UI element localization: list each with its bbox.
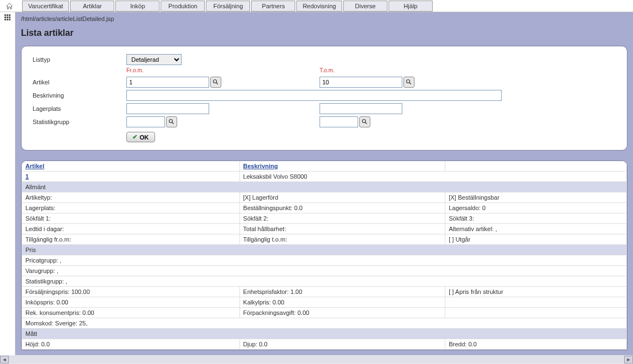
cell: Tillgänglig fr.o.m:: [22, 234, 240, 245]
scroll-right-icon[interactable]: ►: [624, 356, 633, 363]
ok-button[interactable]: OK: [126, 132, 155, 142]
artikel-from-search-icon[interactable]: [210, 77, 221, 88]
listtyp-label: Listtyp: [33, 56, 121, 63]
filter-panel: Listtyp Detaljerad Fr.o.m. T.o.m. Artike…: [21, 46, 627, 151]
menu-hjalp[interactable]: Hjälp: [389, 1, 433, 12]
home-icon[interactable]: [4, 1, 14, 11]
cell: Total hållbarhet:: [240, 224, 445, 234]
menu-varucertifikat[interactable]: Varucertifikat: [22, 1, 69, 12]
beskrivning-input[interactable]: [126, 90, 502, 101]
cell: Pricatgrupp: ,: [22, 255, 627, 266]
cell: Enhetsprisfaktor: 1.00: [240, 287, 445, 297]
statgrupp-to-search-icon[interactable]: [359, 116, 370, 127]
cell: [ ] Utgår: [445, 234, 627, 245]
scroll-track[interactable]: [9, 356, 624, 363]
menu-artiklar[interactable]: Artiklar: [70, 1, 114, 12]
lagerplats-from-input[interactable]: [126, 103, 209, 114]
cell: Förpackningsavgift: 0.00: [240, 308, 445, 318]
svg-line-5: [172, 122, 174, 124]
lagerplats-to-input[interactable]: [320, 103, 402, 114]
cell: Statistikgrupp: ,: [22, 276, 627, 287]
svg-line-7: [365, 122, 367, 124]
statgrupp-from-input[interactable]: [126, 116, 165, 127]
section-matt: Mått: [22, 329, 627, 339]
section-allmant: Allmänt: [22, 182, 627, 192]
lagerplats-label: Lagerplats: [33, 105, 121, 112]
cell: Sökfält 2:: [240, 213, 445, 224]
svg-point-4: [169, 120, 173, 123]
col-beskrivning[interactable]: Beskrivning: [240, 161, 445, 172]
cell: Artikeltyp:: [22, 192, 240, 203]
cell: Alternativ artikel: ,: [445, 224, 627, 234]
cell: Bredd: 0.0: [445, 339, 627, 350]
cell: Djup: 0.0: [240, 339, 445, 350]
menu-produktion[interactable]: Produktion: [161, 1, 205, 12]
svg-line-3: [409, 83, 411, 84]
horizontal-scrollbar[interactable]: ◄ ►: [0, 355, 633, 364]
cell: Rek. konsumentpris: 0.00: [22, 308, 240, 318]
artikel-from-input[interactable]: [126, 77, 209, 88]
svg-point-2: [407, 80, 410, 83]
cell: Lagerplats:: [22, 203, 240, 213]
cell: Sökfält 3:: [445, 213, 627, 224]
scroll-left-icon[interactable]: ◄: [0, 356, 9, 363]
cell: Försäljningspris: 100.00: [22, 287, 240, 297]
grip-icon[interactable]: [4, 14, 10, 20]
menu-diverse[interactable]: Diverse: [343, 1, 387, 12]
svg-point-6: [363, 120, 366, 123]
cell: Lagersaldo: 0: [445, 203, 627, 213]
cell: Ledtid i dagar:: [22, 224, 240, 234]
cell: Beställningspunkt: 0.0: [240, 203, 445, 213]
breadcrumb: /html/articles/articleListDetailed.jsp: [21, 12, 627, 24]
article-desc: Leksaksbil Volvo S8000: [240, 172, 626, 182]
svg-point-0: [214, 80, 217, 83]
artikel-label: Artikel: [33, 79, 121, 85]
beskrivning-label: Beskrivning: [33, 92, 121, 99]
page-title: Lista artiklar: [21, 28, 627, 38]
col-artikel[interactable]: Artikel: [22, 161, 240, 172]
cell: Kalkylpris: 0.00: [240, 297, 445, 308]
cell: [ ] Apris från struktur: [445, 287, 627, 297]
from-label: Fr.o.m.: [126, 67, 314, 73]
menu-inkop[interactable]: Inköp: [115, 1, 159, 12]
article-id-link[interactable]: 1: [22, 172, 240, 182]
artikel-to-search-icon[interactable]: [403, 77, 414, 88]
svg-line-1: [216, 83, 218, 84]
statistikgrupp-label: Statistikgrupp: [33, 119, 121, 125]
menu-redovisning[interactable]: Redovisning: [296, 1, 342, 12]
cell: Höjd: 0.0: [22, 339, 240, 350]
section-pris: Pris: [22, 245, 627, 255]
listtyp-select[interactable]: Detaljerad: [126, 54, 182, 65]
artikel-to-input[interactable]: [320, 77, 402, 88]
cell: [X] Beställningsbar: [445, 192, 627, 203]
cell: [X] Lagerförd: [240, 192, 445, 203]
cell: Sökfält 1:: [22, 213, 240, 224]
statgrupp-to-input[interactable]: [320, 116, 358, 127]
statgrupp-from-search-icon[interactable]: [166, 116, 177, 127]
menu-forsaljning[interactable]: Försäljning: [206, 1, 250, 12]
cell: Varugrupp: ,: [22, 266, 627, 276]
cell: Inköpspris: 0.00: [22, 297, 240, 308]
results-panel: Artikel Beskrivning 1 Leksaksbil Volvo S…: [21, 160, 627, 350]
cell: Momskod: Sverige: 25,: [22, 318, 627, 329]
to-label: T.o.m.: [320, 67, 507, 73]
cell: Tillgänglig t.o.m:: [240, 234, 445, 245]
menu-partners[interactable]: Partners: [251, 1, 295, 12]
